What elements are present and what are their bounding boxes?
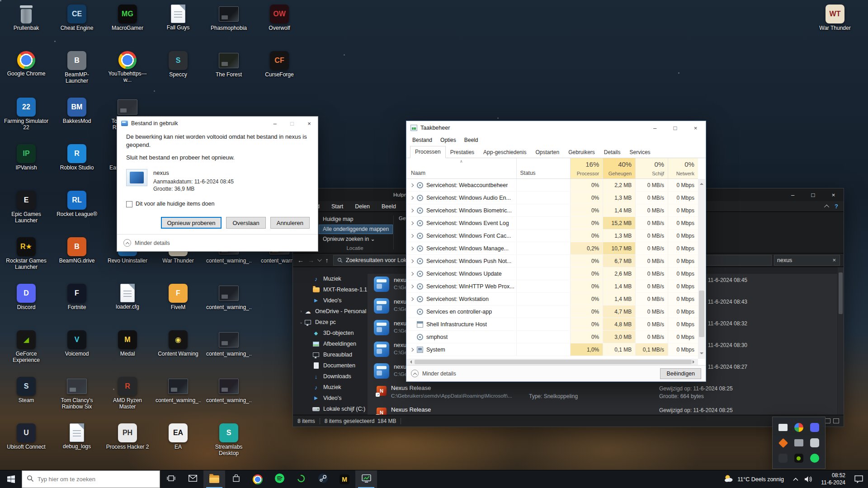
sidebar-item-video-s[interactable]: ▶Video's (293, 393, 368, 404)
desktop-icon-beamng-drive[interactable]: BBeamNG.drive (54, 237, 99, 264)
desktop-icon-ea[interactable]: EAEA (156, 423, 201, 450)
recent-locations-icon[interactable] (317, 257, 322, 262)
dark-app-icon[interactable] (778, 453, 788, 463)
dialog-titlebar[interactable]: Bestand in gebruik – □ × (117, 117, 318, 130)
search-scope-alle-onderliggende-mappen[interactable]: Alle onderliggende mappen (319, 225, 393, 234)
sidebar-item-downloads[interactable]: ↓Downloads (293, 371, 368, 382)
task-view-button[interactable] (160, 470, 182, 488)
process-row-servicehost-windows-push-not[interactable]: Servicehost: Windows Push Not...0%6,7 MB… (406, 255, 698, 267)
sidebar-item-muziek[interactable]: ♪Muziek (293, 382, 368, 393)
action-center-button[interactable] (849, 470, 868, 488)
weather-widget[interactable]: 11°C Deels zonnig (718, 470, 789, 488)
horizontal-scrollbar[interactable] (406, 359, 698, 365)
column-header-disk[interactable]: 0% Schijf (636, 158, 668, 178)
desktop-icon-geforce-experience[interactable]: ◢GeForce Experience (4, 330, 49, 363)
collapse-details-icon[interactable] (411, 370, 419, 377)
process-row-services-en-controller-app[interactable]: Services en controller-app0%4,7 MB0 MB/s… (406, 305, 698, 318)
desktop-icon-content-warning[interactable]: content_warning_... (156, 377, 201, 404)
scrollbar-thumb[interactable] (839, 272, 843, 314)
taskbar-search[interactable] (22, 470, 160, 488)
desktop-icon-streamlabs-desktop[interactable]: SStreamlabs Desktop (206, 423, 251, 456)
sidebar-item-bureaublad[interactable]: Bureaublad (293, 349, 368, 360)
expand-chevron-icon[interactable] (410, 297, 414, 300)
process-row-servicehost-windows-audio-en[interactable]: Servicehost: Windows Audio En...0%1,3 MB… (406, 192, 698, 204)
scroll-right-icon[interactable] (693, 360, 696, 364)
nvidia-icon[interactable] (794, 453, 804, 463)
collapse-ribbon-icon[interactable] (824, 204, 829, 209)
desktop-icon-debug-logs[interactable]: debug_logs (54, 423, 99, 450)
desktop-icon-voicemod[interactable]: VVoicemod (54, 330, 99, 357)
desktop-icon-steam[interactable]: SSteam (4, 377, 49, 404)
start-button[interactable] (0, 470, 22, 488)
column-header-name[interactable]: ∧ Naam (406, 158, 517, 178)
apply-to-all-checkbox[interactable]: Dit voor alle huidige items doen (126, 200, 309, 208)
sidebar-item-documenten[interactable]: Documenten (293, 360, 368, 371)
tab-processen[interactable]: Processen (410, 146, 446, 158)
fewer-details-toggle[interactable]: Minder details (422, 371, 456, 377)
cancel-button[interactable]: Annuleren (270, 217, 310, 229)
desktop-icon-farming-simulator-22[interactable]: 22Farming Simulator 22 (4, 98, 49, 131)
task-manager-titlebar[interactable]: Taakbeheer – □ × (406, 121, 706, 135)
menu-bestand[interactable]: Bestand (408, 137, 436, 143)
tab-services[interactable]: Services (625, 147, 655, 158)
tab-prestaties[interactable]: Prestaties (446, 147, 479, 158)
explorer-scrollbar[interactable] (838, 267, 844, 415)
printer-icon[interactable] (778, 422, 788, 432)
desktop-icon-fortnite[interactable]: FFortnite (54, 284, 99, 310)
minimize-button[interactable]: – (266, 117, 283, 130)
search-result-row[interactable]: NNexus ReleaseGewijzigd op: 11-6-2024 08… (368, 404, 837, 415)
expand-chevron-icon[interactable] (410, 208, 414, 212)
green-game-app[interactable] (290, 470, 312, 488)
expand-chevron-icon[interactable] (410, 183, 414, 187)
column-header-status[interactable]: Status (517, 158, 571, 178)
display-icon[interactable] (794, 438, 804, 448)
search-result-row[interactable]: NNexus ReleaseC:\Gebruikers\semdv\AppDat… (368, 382, 837, 404)
expand-chevron-icon[interactable] (410, 246, 414, 250)
tab-app-geschiedenis[interactable]: App-geschiedenis (479, 147, 531, 158)
desktop-icon-google-chrome[interactable]: Google Chrome (4, 51, 49, 77)
up-icon[interactable]: ↑ (323, 257, 331, 264)
desktop-icon-ubisoft-connect[interactable]: UUbisoft Connect (4, 423, 49, 450)
sidebar-item-3d-objecten[interactable]: ◆3D-objecten (293, 328, 368, 338)
search-scope-huidige-map[interactable]: Huidige map (319, 215, 393, 224)
sidebar-item-deze-pc[interactable]: ⌄Deze pc (293, 317, 368, 328)
desktop-icon-content-warning[interactable]: content_warning_... (206, 377, 251, 404)
tab-opstarten[interactable]: Opstarten (531, 147, 564, 158)
fewer-details-icon[interactable] (123, 239, 131, 247)
steam-app[interactable] (312, 470, 334, 488)
vertical-scrollbar[interactable] (698, 179, 705, 359)
desktop-icon-ipvanish[interactable]: IPIPVanish (4, 144, 49, 171)
sidebar-item-lokale-schijf-c[interactable]: Lokale schijf (C:)⌄ (293, 404, 368, 414)
tab-gebruikers[interactable]: Gebruikers (564, 147, 599, 158)
expand-chevron-icon[interactable] (410, 234, 414, 237)
ribbon-tab-delen[interactable]: Delen (349, 201, 376, 211)
sidebar-item-afbeeldingen[interactable]: Afbeeldingen (293, 338, 368, 349)
desktop-icon-overwolf[interactable]: OWOverwolf (257, 5, 302, 31)
expand-chevron-icon[interactable]: › (298, 309, 304, 314)
maximize-button[interactable]: □ (665, 121, 685, 135)
desktop-icon-epic-games-launcher[interactable]: EEpic Games Launcher (4, 191, 49, 224)
end-task-button[interactable]: Beëindigen (660, 368, 701, 379)
fewer-details-toggle[interactable]: Minder details (135, 240, 170, 246)
desktop-icon-rocket-league[interactable]: RLRocket League® (54, 191, 99, 217)
orange-app-icon[interactable] (778, 438, 788, 448)
desktop-icon-roblox-studio[interactable]: RRoblox Studio (54, 144, 99, 171)
desktop-icon-loader-cfg[interactable]: loader.cfg (105, 284, 150, 310)
process-row-servicehost-workstation[interactable]: Servicehost: Workstation0%1,4 MB0 MB/s0 … (406, 293, 698, 305)
scrollbar-thumb[interactable] (699, 291, 704, 337)
desktop-icon-beammp-launcher[interactable]: BBeamMP-Launcher (54, 51, 99, 84)
scrollbar-thumb[interactable] (415, 360, 692, 364)
column-header-cpu[interactable]: 16% Processor (571, 158, 603, 178)
spotify-app[interactable] (269, 470, 290, 488)
expand-chevron-icon[interactable] (410, 347, 414, 351)
desktop-icon-phasmophobia[interactable]: Phasmophobia (206, 5, 251, 31)
process-row-servicehost-windows-event-log[interactable]: Servicehost: Windows Event Log0%15,2 MB0… (406, 217, 698, 230)
expand-chevron-icon[interactable] (410, 196, 414, 199)
desktop-icon-prullenbak[interactable]: Prullenbak (4, 5, 49, 31)
skip-button[interactable]: Overslaan (226, 217, 265, 229)
column-header-memory[interactable]: 40% Geheugen (603, 158, 636, 178)
process-row-system[interactable]: System1,0%0,1 MB0,1 MB/s0 Mbps (406, 343, 698, 356)
desktop-icon-bakkesmod[interactable]: BMBakkesMod (54, 98, 99, 124)
process-row-shell-infrastructure-host[interactable]: Shell Infrastructure Host0%4,8 MB0 MB/s0… (406, 318, 698, 331)
retry-button[interactable]: Opnieuw proberen (161, 217, 222, 229)
